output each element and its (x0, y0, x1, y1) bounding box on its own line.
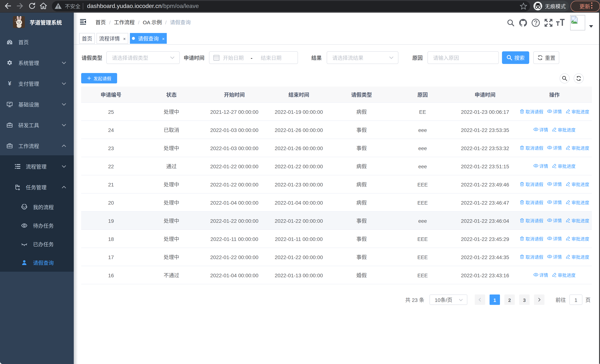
svg-text:¥: ¥ (8, 81, 11, 86)
